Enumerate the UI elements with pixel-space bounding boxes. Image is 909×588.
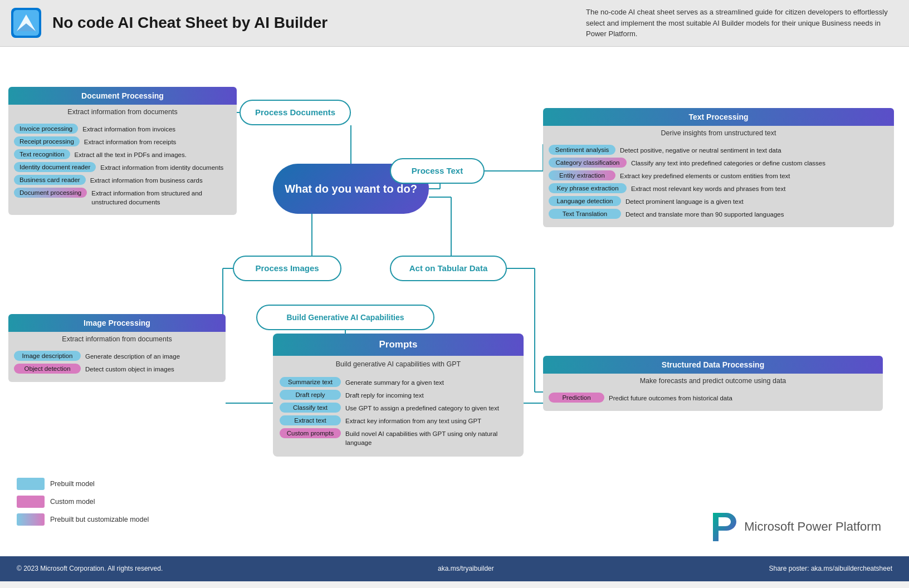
bizcard-desc: Extract information from business cards	[90, 175, 203, 185]
summarize-tag: Summarize text	[280, 377, 341, 387]
legend-item-prebuilt: Prebuilt model	[17, 478, 149, 490]
prompts-box: Prompts Build generative AI capabilities…	[273, 334, 524, 457]
category-tag: Category classification	[549, 158, 627, 168]
imgdesc-desc: Generate description of an image	[85, 351, 180, 361]
gen-ai-node: Build Generative AI Capabilities	[256, 305, 434, 330]
keyphrase-tag: Key phrase extraction	[549, 183, 627, 193]
text-processing-body: Sentiment analysis Detect positive, nega…	[543, 141, 894, 228]
list-item: Sentiment analysis Detect positive, nega…	[549, 145, 888, 155]
text-recognition-desc: Extract all the text in PDFs and images.	[75, 149, 187, 159]
entity-tag: Entity extraction	[549, 170, 615, 180]
header-description: The no-code AI cheat sheet serves as a s…	[586, 7, 898, 40]
extract-tag: Extract text	[280, 415, 341, 425]
sentiment-tag: Sentiment analysis	[549, 145, 615, 155]
structured-data-body: Prediction Predict future outcomes from …	[543, 389, 883, 411]
doc-processing-box: Document Processing Extract information …	[8, 87, 237, 215]
list-item: Category classification Classify any tex…	[549, 158, 888, 168]
legend-prebuilt-label: Prebuilt model	[50, 480, 95, 488]
list-item: Draft reply Draft reply for incoming tex…	[280, 390, 517, 400]
list-item: Entity extraction Extract key predefined…	[549, 170, 888, 180]
draftreply-desc: Draft reply for incoming text	[345, 390, 424, 400]
list-item: Document processing Extract information …	[14, 188, 231, 207]
doc-processing-body: Invoice processing Extract information f…	[8, 120, 237, 215]
structured-data-subtitle: Make forecasts and predict outcome using…	[543, 374, 883, 389]
langdetect-tag: Language detection	[549, 196, 621, 206]
docproc-tag: Document processing	[14, 188, 87, 198]
docproc-desc: Extract information from structured and …	[91, 188, 231, 207]
process-images-node: Process Images	[233, 256, 341, 281]
bizcard-tag: Business card reader	[14, 175, 86, 185]
footer-link: aka.ms/tryaibuilder	[438, 565, 494, 572]
draftreply-tag: Draft reply	[280, 390, 341, 400]
image-processing-body: Image description Generate description o…	[8, 347, 226, 382]
receipt-tag: Receipt processing	[14, 136, 80, 146]
page-title: No code AI Cheat Sheet by AI Builder	[52, 14, 328, 32]
texttrans-tag: Text Translation	[549, 209, 621, 219]
category-desc: Classify any text into predefined catego…	[631, 158, 825, 168]
identity-desc: Extract information from identity docume…	[100, 162, 223, 172]
pp-logo-area: Microsoft Power Platform	[708, 512, 881, 542]
legend-item-customizable: Prebuilt but customizable model	[17, 513, 149, 526]
keyphrase-desc: Extract most relevant key words and phra…	[631, 183, 785, 193]
list-item: Language detection Detect prominent lang…	[549, 196, 888, 206]
text-processing-subtitle: Derive insights from unstructured text	[543, 126, 894, 141]
legend: Prebuilt model Custom model Prebuilt but…	[17, 478, 149, 526]
invoice-tag: Invoice processing	[14, 124, 78, 134]
text-recognition-tag: Text recognition	[14, 149, 70, 159]
list-item: Classify text Use GPT to assign a predef…	[280, 403, 517, 413]
prompts-body: Summarize text Generate summary for a gi…	[273, 373, 524, 457]
list-item: Text Translation Detect and translate mo…	[549, 209, 888, 219]
objdetect-tag: Object detection	[14, 364, 81, 374]
prompts-header: Prompts	[273, 334, 524, 356]
doc-processing-header: Document Processing	[8, 87, 237, 105]
identity-tag: Identity document reader	[14, 162, 96, 172]
header: No code AI Cheat Sheet by AI Builder The…	[0, 0, 909, 47]
objdetect-desc: Detect custom object in images	[85, 364, 174, 374]
legend-customizable-label: Prebuilt but customizable model	[50, 516, 149, 523]
list-item: Key phrase extraction Extract most relev…	[549, 183, 888, 193]
list-item: Business card reader Extract information…	[14, 175, 231, 185]
legend-pink-box	[17, 496, 45, 508]
customprompts-tag: Custom prompts	[280, 428, 341, 438]
main-content: What do you want to do? Process Document…	[0, 47, 909, 581]
imgdesc-tag: Image description	[14, 351, 81, 361]
prediction-tag: Prediction	[549, 393, 604, 403]
prompts-subtitle: Build generative AI capabilities with GP…	[273, 356, 524, 373]
invoice-desc: Extract information from invoices	[82, 124, 175, 134]
text-processing-header: Text Processing	[543, 108, 894, 126]
list-item: Text recognition Extract all the text in…	[14, 149, 231, 159]
classify-desc: Use GPT to assign a predefined category …	[345, 403, 499, 413]
list-item: Custom prompts Build novel AI capabiliti…	[280, 428, 517, 447]
texttrans-desc: Detect and translate more than 90 suppor…	[625, 209, 784, 219]
doc-processing-subtitle: Extract information from documents	[8, 105, 237, 120]
structured-data-box: Structured Data Processing Make forecast…	[543, 356, 883, 411]
legend-custom-label: Custom model	[50, 498, 95, 506]
pp-icon	[708, 512, 736, 542]
prediction-desc: Predict future outcomes from historical …	[609, 393, 732, 403]
image-processing-header: Image Processing	[8, 314, 226, 332]
footer: © 2023 Microsoft Corporation. All rights…	[0, 556, 909, 581]
list-item: Summarize text Generate summary for a gi…	[280, 377, 517, 387]
act-tabular-node: Act on Tabular Data	[390, 256, 507, 281]
text-processing-box: Text Processing Derive insights from uns…	[543, 108, 894, 228]
list-item: Object detection Detect custom object in…	[14, 364, 220, 374]
structured-data-header: Structured Data Processing	[543, 356, 883, 374]
summarize-desc: Generate summary for a given text	[345, 377, 444, 387]
customprompts-desc: Build novel AI capabilities with GPT usi…	[345, 428, 517, 447]
footer-share: Share poster: aka.ms/aibuildercheatsheet	[769, 565, 892, 572]
classify-tag: Classify text	[280, 403, 341, 413]
extract-desc: Extract key information from any text us…	[345, 415, 481, 425]
receipt-desc: Extract information from receipts	[84, 136, 177, 146]
entity-desc: Extract key predefined elements or custo…	[620, 170, 790, 180]
legend-gradient-box	[17, 513, 45, 526]
list-item: Prediction Predict future outcomes from …	[549, 393, 877, 403]
process-docs-node: Process Documents	[240, 100, 351, 125]
legend-blue-box	[17, 478, 45, 490]
footer-copyright: © 2023 Microsoft Corporation. All rights…	[17, 565, 163, 572]
list-item: Image description Generate description o…	[14, 351, 220, 361]
sentiment-desc: Detect positive, negative or neutral sen…	[620, 145, 781, 155]
pp-label: Microsoft Power Platform	[744, 520, 881, 534]
image-processing-box: Image Processing Extract information fro…	[8, 314, 226, 382]
list-item: Extract text Extract key information fro…	[280, 415, 517, 425]
list-item: Receipt processing Extract information f…	[14, 136, 231, 146]
